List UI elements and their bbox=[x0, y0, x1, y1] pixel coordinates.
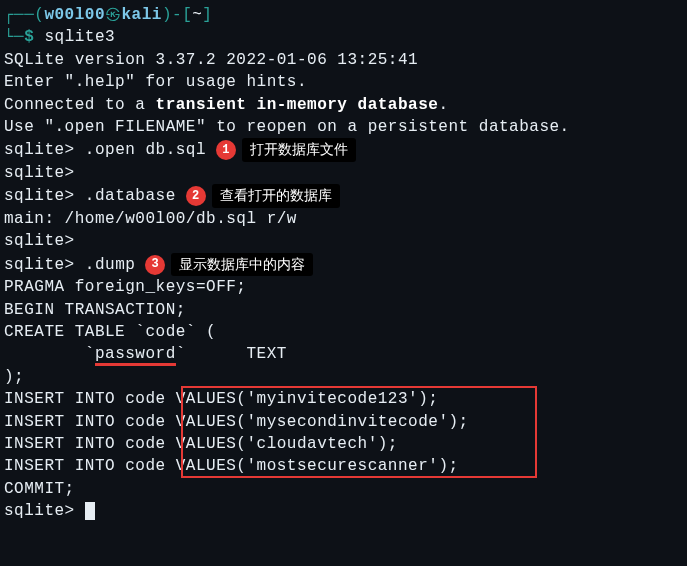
circle-2: 2 bbox=[186, 186, 206, 206]
insert-prefix: INSERT INTO code bbox=[4, 413, 176, 431]
command-input: sqlite3 bbox=[44, 28, 115, 46]
circle-3: 3 bbox=[145, 255, 165, 275]
sqlite-open-line: sqlite> .open db.sql 1打开数据库文件 bbox=[4, 138, 683, 162]
sqlite-final-prompt[interactable]: sqlite> bbox=[4, 500, 683, 522]
col-indent: ` bbox=[4, 345, 95, 363]
main-line: main: /home/w00l00/db.sql r/w bbox=[4, 208, 683, 230]
prompt-close-bracket: ] bbox=[202, 6, 212, 24]
insert-prefix: INSERT INTO code bbox=[4, 457, 176, 475]
version-line: SQLite version 3.37.2 2022-01-06 13:25:4… bbox=[4, 49, 683, 71]
prompt-host: kali bbox=[122, 6, 162, 24]
close-paren-line: ); bbox=[4, 366, 683, 388]
create-table-line: CREATE TABLE `code` ( bbox=[4, 321, 683, 343]
label-2: 查看打开的数据库 bbox=[212, 184, 340, 208]
values-highlight-box bbox=[181, 386, 537, 478]
prompt-line-1: ┌──(w00l00㉿kali)-[~] bbox=[4, 4, 683, 26]
prompt-close: )-[ bbox=[162, 6, 192, 24]
connected-line: Connected to a transient in-memory datab… bbox=[4, 94, 683, 116]
col-name: password bbox=[95, 345, 176, 366]
commit-line: COMMIT; bbox=[4, 478, 683, 500]
annotation-3: 3显示数据库中的内容 bbox=[145, 253, 313, 277]
prompt-cwd: ~ bbox=[192, 6, 202, 24]
circle-1: 1 bbox=[216, 140, 236, 160]
label-1: 打开数据库文件 bbox=[242, 138, 356, 162]
connected-suffix: . bbox=[438, 96, 448, 114]
label-3: 显示数据库中的内容 bbox=[171, 253, 313, 277]
sqlite-empty-2: sqlite> bbox=[4, 230, 683, 252]
prompt-open: ┌──( bbox=[4, 6, 44, 24]
begin-line: BEGIN TRANSACTION; bbox=[4, 299, 683, 321]
prompt-skull: ㉿ bbox=[105, 6, 122, 24]
sqlite-prompt: sqlite> bbox=[4, 256, 75, 274]
reopen-line: Use ".open FILENAME" to reopen on a pers… bbox=[4, 116, 683, 138]
column-line: `password` TEXT bbox=[4, 343, 683, 365]
col-suffix: ` TEXT bbox=[176, 345, 287, 363]
insert-prefix: INSERT INTO code bbox=[4, 390, 176, 408]
sqlite-empty-1: sqlite> bbox=[4, 162, 683, 184]
pragma-line: PRAGMA foreign_keys=OFF; bbox=[4, 276, 683, 298]
annotation-1: 1打开数据库文件 bbox=[216, 138, 356, 162]
prompt-user: w00l00 bbox=[44, 6, 105, 24]
sqlite-prompt: sqlite> bbox=[4, 141, 75, 159]
sqlite-database-line: sqlite> .database 2查看打开的数据库 bbox=[4, 184, 683, 208]
inserts-block: INSERT INTO code VALUES('myinvitecode123… bbox=[4, 388, 683, 478]
sqlite-dump-line: sqlite> .dump 3显示数据库中的内容 bbox=[4, 253, 683, 277]
help-line: Enter ".help" for usage hints. bbox=[4, 71, 683, 93]
prompt-line-2[interactable]: └─$ sqlite3 bbox=[4, 26, 683, 48]
cmd-database: .database bbox=[85, 187, 176, 205]
annotation-2: 2查看打开的数据库 bbox=[186, 184, 340, 208]
prompt-dollar: $ bbox=[24, 28, 34, 46]
prompt-line2-prefix: └─ bbox=[4, 28, 24, 46]
insert-prefix: INSERT INTO code bbox=[4, 435, 176, 453]
terminal-output: ┌──(w00l00㉿kali)-[~] └─$ sqlite3 SQLite … bbox=[4, 4, 683, 523]
connected-prefix: Connected to a bbox=[4, 96, 156, 114]
connected-bold: transient in-memory database bbox=[156, 96, 439, 114]
sqlite-prompt: sqlite> bbox=[4, 502, 75, 520]
cmd-open: .open db.sql bbox=[85, 141, 206, 159]
cursor bbox=[85, 502, 95, 520]
sqlite-prompt: sqlite> bbox=[4, 187, 75, 205]
cmd-dump: .dump bbox=[85, 256, 136, 274]
